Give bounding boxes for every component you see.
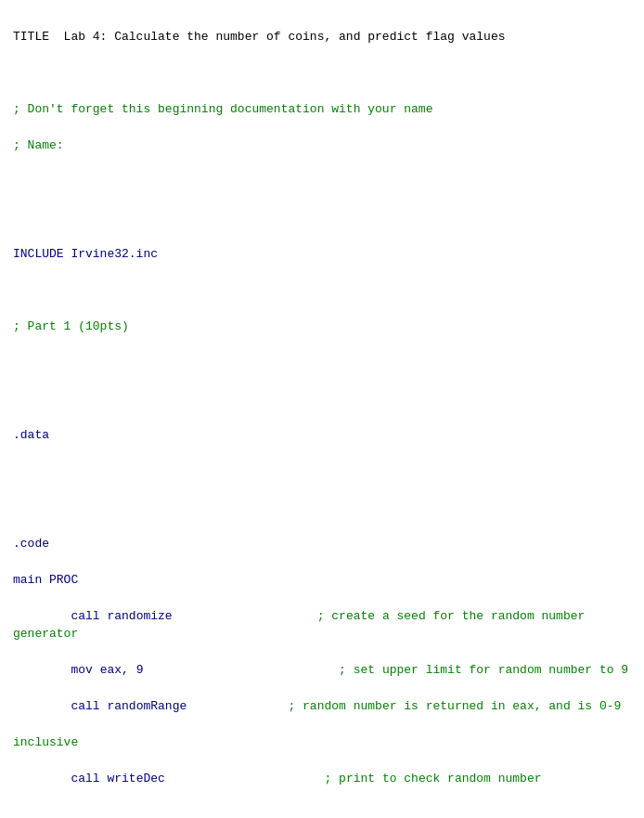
code-section: .code [13,537,49,551]
indent-spacer-3 [13,699,71,713]
comment-2: ; Name: [13,138,64,152]
indent-spacer-4 [13,772,71,786]
inclusive-text: inclusive [13,735,78,749]
comment-spaces-2 [143,663,339,677]
code-editor: TITLE Lab 4: Calculate the number of coi… [13,9,631,818]
comment-part1: ; Part 1 (10pts) [13,319,129,333]
comment-mov-eax: ; set upper limit for random number to 9 [339,663,628,677]
comment-1: ; Don't forget this beginning documentat… [13,102,432,116]
indent-spacer-1 [13,609,71,623]
comment-spaces-1 [173,609,317,623]
comment-writedec: ; print to check random number [324,772,541,786]
comment-spaces-3 [187,699,288,713]
include-stmt: INCLUDE Irvine32.inc [13,247,158,261]
main-proc-start: main PROC [13,573,78,587]
call-writedec: call writeDec [71,772,164,786]
indent-spacer-2 [13,663,71,677]
comment-spaces-4 [165,772,325,786]
call-randomrange: call randomRange [71,699,187,713]
title-line: TITLE Lab 4: Calculate the number of coi… [13,30,506,44]
comment-randomrange: ; random number is returned in eax, and … [288,699,621,713]
data-section: .data [13,428,49,442]
mov-eax-9: mov eax, 9 [71,663,143,677]
call-randomize: call randomize [71,609,172,623]
